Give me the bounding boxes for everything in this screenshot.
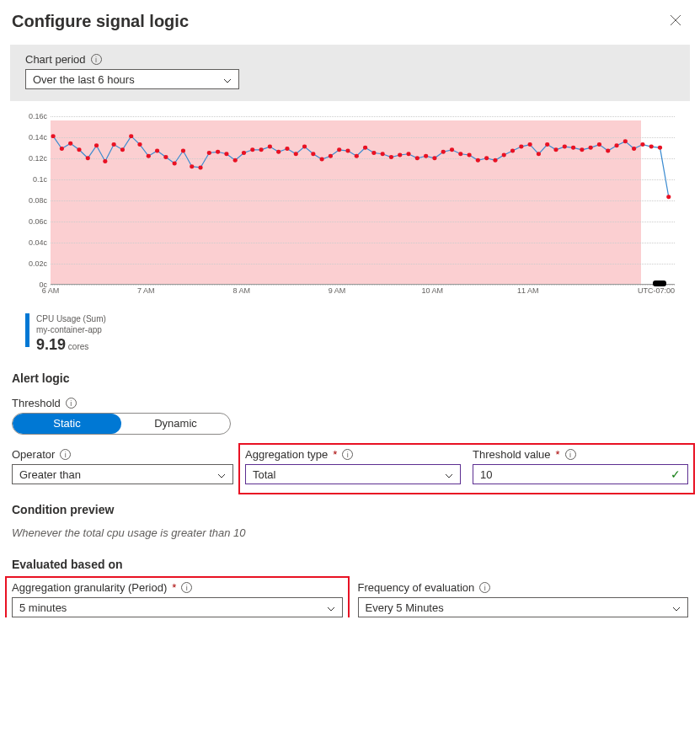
svg-point-17 [198,165,202,169]
svg-point-22 [242,151,246,155]
x-tick: 9 AM [329,286,346,295]
svg-point-50 [484,156,489,160]
threshold-dynamic-option[interactable]: Dynamic [121,414,230,434]
close-button[interactable] [670,14,681,29]
svg-point-60 [571,146,575,150]
y-tick: 0.04c [29,238,47,247]
info-icon[interactable]: i [66,398,77,409]
svg-point-28 [294,152,298,156]
svg-point-32 [329,154,333,158]
svg-point-23 [250,147,254,152]
alert-logic-section: Alert logic Threshold i Static Dynamic O… [12,371,688,617]
y-tick: 0.08c [29,196,47,205]
y-tick: 0.12c [29,154,47,163]
svg-point-21 [233,158,238,163]
evaluated-heading: Evaluated based on [12,558,688,571]
threshold-value-label: Threshold value [473,448,551,461]
svg-point-20 [224,152,228,156]
operator-value: Greater than [19,468,81,481]
svg-point-19 [216,150,220,154]
legend-unit: cores [68,342,88,351]
chart-period-label: Chart period [25,53,86,66]
info-icon[interactable]: i [565,449,576,460]
threshold-static-option[interactable]: Static [13,414,121,434]
info-icon[interactable]: i [60,449,71,460]
svg-point-8 [120,147,125,152]
alert-logic-heading: Alert logic [12,371,688,385]
y-tick: 0.1c [33,175,47,184]
y-tick: 0.06c [29,217,47,226]
svg-point-43 [424,154,428,158]
frequency-label: Frequency of evaluation [358,581,475,594]
info-icon[interactable]: i [91,54,102,65]
svg-point-68 [640,142,644,147]
svg-point-5 [94,143,99,147]
svg-point-56 [537,152,541,156]
chevron-down-icon [223,75,232,83]
svg-point-63 [597,142,601,147]
svg-point-25 [268,145,272,149]
chart-legend: CPU Usage (Sum) my-container-app 9.19 co… [25,313,675,355]
svg-point-30 [311,152,315,156]
svg-point-14 [173,161,177,165]
svg-point-4 [86,156,90,160]
aggregation-type-value: Total [253,468,275,481]
svg-point-65 [614,143,618,147]
svg-point-52 [502,153,506,158]
chevron-down-icon [217,470,226,478]
highlighted-group-aggregation-threshold: Aggregation type* i Total Threshold valu… [238,443,695,494]
svg-point-10 [137,142,142,147]
chart-now-marker [653,281,666,286]
svg-point-33 [337,147,341,152]
operator-select[interactable]: Greater than [12,464,233,484]
info-icon[interactable]: i [181,582,192,593]
y-tick: 0.14c [29,133,47,142]
svg-point-64 [606,149,610,153]
svg-point-9 [129,134,133,138]
threshold-label: Threshold [12,397,61,409]
x-tick: 10 AM [422,286,444,295]
svg-point-57 [545,142,549,147]
threshold-value-input[interactable]: 10 ✓ [473,464,688,484]
svg-point-2 [68,142,72,146]
svg-point-42 [415,156,419,160]
granularity-select[interactable]: 5 minutes [12,597,343,617]
svg-point-40 [398,153,402,158]
svg-point-18 [207,151,211,155]
info-icon[interactable]: i [342,449,353,460]
legend-value: 9.19 [36,336,66,353]
svg-point-39 [389,155,393,159]
svg-point-54 [519,145,523,149]
x-tick: 11 AM [517,286,539,295]
info-icon[interactable]: i [479,582,490,593]
chart-line [51,116,675,284]
svg-point-38 [381,152,385,156]
chevron-down-icon [445,470,453,478]
granularity-label: Aggregation granularity (Period) [12,581,167,594]
timezone-label: UTC-07:00 [638,286,675,295]
svg-point-36 [363,146,367,150]
frequency-select[interactable]: Every 5 Minutes [358,597,689,617]
operator-label: Operator [12,448,55,461]
legend-color-bar [25,313,29,347]
svg-point-24 [259,147,264,152]
svg-point-51 [493,158,497,163]
x-tick: 8 AM [232,286,250,295]
svg-point-61 [580,147,584,152]
x-tick: 6 AM [42,286,60,295]
aggregation-type-select[interactable]: Total [245,464,461,484]
svg-point-13 [163,155,168,159]
svg-point-44 [432,156,436,160]
legend-resource: my-container-app [36,324,106,335]
granularity-value: 5 minutes [19,601,67,614]
svg-point-58 [553,147,558,152]
page-title: Configure signal logic [12,12,670,31]
svg-point-41 [406,152,410,156]
svg-point-16 [190,164,194,168]
threshold-toggle[interactable]: Static Dynamic [12,413,231,435]
svg-point-47 [458,152,462,156]
svg-point-71 [666,195,671,199]
highlighted-group-granularity: Aggregation granularity (Period)* i 5 mi… [5,576,350,617]
chart-period-select[interactable]: Over the last 6 hours [25,69,239,89]
check-icon: ✓ [671,468,681,481]
